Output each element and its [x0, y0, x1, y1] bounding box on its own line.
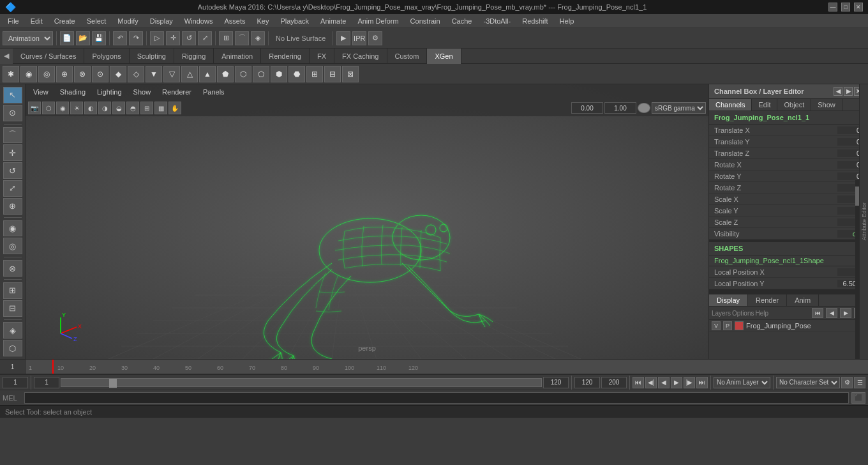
viewport-menu-lighting[interactable]: Lighting	[92, 87, 127, 97]
soft-mod-tool[interactable]: ◉	[3, 220, 22, 237]
menu-edit[interactable]: Edit	[26, 16, 48, 26]
tab-polygons[interactable]: Polygons	[84, 49, 129, 64]
gamma-select[interactable]: sRGB gamma	[652, 102, 706, 114]
timeline-area[interactable]: 1 1 10 20 30 40 50 60 70 80 90 100 110 1…	[0, 359, 868, 374]
select-button[interactable]: ▷	[150, 31, 164, 45]
xgen-brush[interactable]: ⬡	[3, 340, 22, 356]
xgen-tool-19[interactable]: ⊟	[324, 66, 341, 82]
viewport-menu-view[interactable]: View	[28, 87, 54, 97]
xgen-tool-10[interactable]: ▽	[163, 66, 180, 82]
new-file-button[interactable]: 📄	[60, 31, 74, 45]
scale-tool[interactable]: ⤢	[3, 180, 22, 197]
layer-visibility-toggle[interactable]: V	[712, 321, 721, 330]
tab-curves-surfaces[interactable]: Curves / Surfaces	[13, 49, 84, 64]
measure-tool[interactable]: ⊟	[3, 300, 22, 317]
xgen-guide[interactable]: ◈	[3, 322, 22, 339]
translate-x-row[interactable]: Translate X 0	[709, 125, 868, 136]
render-tab[interactable]: Render	[748, 294, 787, 306]
menu-modify[interactable]: Modify	[112, 16, 143, 26]
layers-help[interactable]: Help	[755, 310, 768, 317]
xgen-tool-8[interactable]: ◇	[128, 66, 144, 82]
vp-dof[interactable]: ◒	[112, 102, 125, 114]
viewport[interactable]: View Shading Lighting Show Renderer Pane…	[26, 84, 708, 359]
xgen-tool-11[interactable]: △	[181, 66, 198, 82]
play-back-button[interactable]: ◀	[658, 377, 670, 388]
sculpt-tool[interactable]: ◎	[3, 238, 22, 254]
menu-display[interactable]: Display	[145, 16, 178, 26]
local-pos-x-row[interactable]: Local Position X 0	[709, 266, 868, 278]
show-manip[interactable]: ⊗	[3, 260, 22, 277]
timeline-playhead[interactable]	[52, 360, 54, 374]
xgen-tool-6[interactable]: ⊙	[92, 66, 108, 82]
translate-y-row[interactable]: Translate Y 0	[709, 136, 868, 148]
vp-hud[interactable]: ▦	[154, 102, 167, 114]
layer-color-swatch[interactable]	[735, 321, 744, 330]
move-tool[interactable]: ✛	[3, 144, 22, 161]
vp-lighting-btn[interactable]: ☀	[70, 102, 83, 114]
undo-button[interactable]: ↶	[113, 31, 127, 45]
ipr-button[interactable]: IPR	[352, 31, 366, 45]
range-slider-thumb[interactable]	[109, 379, 117, 388]
go-to-end-button[interactable]: ⏭	[696, 377, 708, 388]
cb-shrink[interactable]: ◀	[834, 87, 842, 96]
anim-layer-select[interactable]: No Anim Layer	[714, 377, 770, 388]
snap-grid-button[interactable]: ⊞	[219, 31, 233, 45]
scale-z-row[interactable]: Scale Z 1	[709, 217, 868, 228]
play-forward-button[interactable]: ▶	[671, 377, 682, 388]
snap-together[interactable]: ⊞	[3, 282, 22, 299]
menu-animate[interactable]: Animate	[315, 16, 351, 26]
color-mgmt-toggle[interactable]	[638, 103, 650, 113]
workspace-select[interactable]: Animation Modeling Rigging	[3, 31, 53, 45]
rotate-tool[interactable]: ↺	[3, 162, 22, 179]
tab-fx[interactable]: FX	[310, 49, 334, 64]
menu-redshift[interactable]: Redshift	[517, 16, 553, 26]
render-settings-button[interactable]: ⚙	[368, 31, 382, 45]
anim-tab[interactable]: Anim	[787, 294, 819, 306]
tab-animation[interactable]: Animation	[214, 49, 261, 64]
menu-cache[interactable]: Cache	[447, 16, 477, 26]
vp-ao[interactable]: ◑	[98, 102, 111, 114]
xgen-tool-15[interactable]: ⬠	[253, 66, 269, 82]
current-frame-input[interactable]	[3, 377, 28, 388]
range-slider[interactable]	[61, 378, 542, 387]
rotate-z-row[interactable]: Rotate Z 0	[709, 182, 868, 194]
collapse-button[interactable]: ◀	[0, 49, 13, 64]
viewport-menu-renderer[interactable]: Renderer	[157, 87, 197, 97]
step-back-button[interactable]: ◀|	[645, 377, 657, 388]
close-button[interactable]: ✕	[854, 3, 863, 11]
range-end-input[interactable]	[543, 377, 569, 388]
tab-rendering[interactable]: Rendering	[261, 49, 310, 64]
maximize-button[interactable]: □	[841, 3, 850, 11]
menu-playback[interactable]: Playback	[275, 16, 314, 26]
xgen-tool-14[interactable]: ⬡	[235, 66, 251, 82]
menu-constrain[interactable]: Constrain	[405, 16, 445, 26]
tab-sculpting[interactable]: Sculpting	[130, 49, 174, 64]
snap-curve-button[interactable]: ⌒	[235, 31, 249, 45]
scale-x-row[interactable]: Scale X 1	[709, 194, 868, 205]
xgen-tool-3[interactable]: ◎	[38, 66, 55, 82]
layers-options[interactable]: Options	[732, 310, 754, 317]
visibility-row[interactable]: Visibility on	[709, 228, 868, 240]
range-start-input[interactable]	[34, 377, 59, 388]
xgen-tool-9[interactable]: ▼	[146, 66, 162, 82]
viewport-menu-show[interactable]: Show	[128, 87, 156, 97]
exposure-input[interactable]	[571, 102, 603, 114]
layer-playback-toggle[interactable]: P	[723, 321, 732, 330]
step-forward-button[interactable]: |▶	[684, 377, 695, 388]
timeline-ruler[interactable]: 1 10 20 30 40 50 60 70 80 90 100 110 120	[26, 360, 868, 374]
xgen-tool-7[interactable]: ◆	[110, 66, 126, 82]
layer-next-btn[interactable]: ▶	[840, 308, 851, 318]
char-set-select[interactable]: No Character Set	[776, 377, 840, 388]
snap-point-button[interactable]: ◈	[251, 31, 265, 45]
menu-create[interactable]: Create	[49, 16, 80, 26]
display-tab[interactable]: Display	[709, 294, 748, 306]
tab-fx-caching[interactable]: FX Caching	[334, 49, 387, 64]
menu-key[interactable]: Key	[251, 16, 274, 26]
minimize-button[interactable]: —	[828, 3, 837, 11]
xgen-tool-16[interactable]: ⬢	[271, 66, 287, 82]
object-tab[interactable]: Object	[777, 99, 811, 111]
render-button[interactable]: ▶	[336, 31, 350, 45]
vp-smooth[interactable]: ◉	[56, 102, 69, 114]
xgen-tool-13[interactable]: ⬟	[217, 66, 234, 82]
move-button[interactable]: ✛	[166, 31, 180, 45]
